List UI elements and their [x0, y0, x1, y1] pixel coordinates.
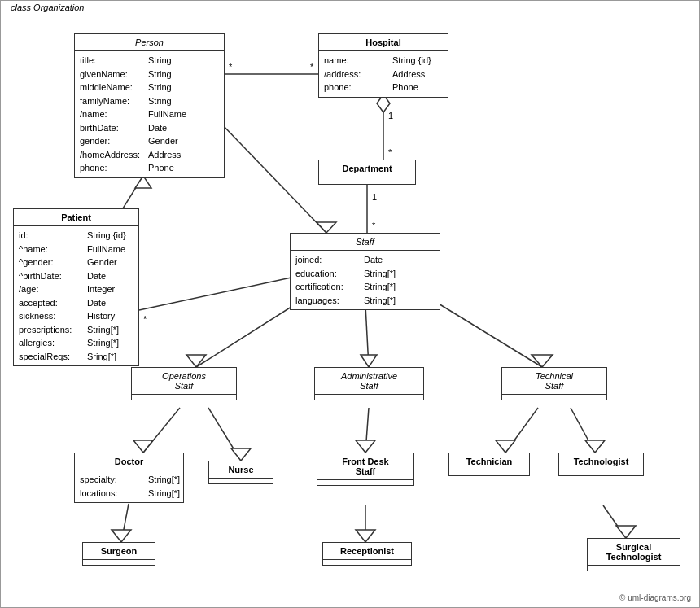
svg-marker-38 [616, 526, 636, 538]
class-administrative-staff-header: AdministrativeStaff [315, 368, 423, 395]
class-patient: Patient id:String {id} ^name:FullName ^g… [13, 208, 139, 366]
class-operations-staff-header: OperationsStaff [132, 368, 236, 395]
class-department-header: Department [319, 160, 415, 177]
class-hospital-body: name:String {id} /address:Address phone:… [319, 51, 448, 97]
class-doctor-header: Doctor [75, 453, 183, 470]
class-staff-header: Staff [291, 234, 440, 251]
svg-marker-30 [496, 440, 515, 453]
class-person: Person title:String givenName:String mid… [74, 33, 225, 178]
class-nurse: Nurse [208, 461, 273, 484]
svg-text:1: 1 [388, 111, 393, 120]
svg-line-37 [603, 505, 626, 538]
class-department-body [319, 177, 415, 184]
svg-line-14 [139, 273, 310, 310]
class-technician-header: Technician [449, 453, 529, 470]
class-technologist: Technologist [558, 453, 644, 476]
svg-line-10 [123, 176, 143, 208]
class-receptionist: Receptionist [322, 542, 412, 566]
svg-line-27 [365, 408, 369, 453]
class-hospital-header: Hospital [319, 34, 448, 51]
class-nurse-header: Nurse [209, 461, 273, 479]
class-surgeon-header: Surgeon [83, 543, 155, 560]
svg-marker-22 [532, 355, 553, 367]
class-hospital: Hospital name:String {id} /address:Addre… [318, 33, 448, 98]
class-staff-body: joined:Date education:String[*] certific… [291, 251, 440, 309]
class-front-desk-staff-header: Front DeskStaff [317, 453, 413, 480]
svg-line-31 [571, 408, 595, 453]
svg-text:*: * [310, 62, 314, 72]
svg-line-12 [221, 123, 326, 233]
class-person-body: title:String givenName:String middleName… [75, 51, 224, 177]
diagram-container: class Organization * * 1 * 1 * * * [0, 0, 700, 608]
class-technologist-header: Technologist [559, 453, 643, 470]
svg-line-29 [505, 408, 538, 453]
class-doctor-body: specialty:String[*] locations:String[*] [75, 470, 183, 502]
svg-marker-20 [361, 355, 377, 367]
svg-marker-24 [133, 440, 153, 453]
class-administrative-staff: AdministrativeStaff [314, 367, 424, 400]
class-surgical-technologist: SurgicalTechnologist [587, 538, 680, 571]
copyright: © uml-diagrams.org [619, 593, 691, 602]
svg-text:*: * [388, 147, 392, 157]
class-technical-staff-header: TechnicalStaff [502, 368, 606, 395]
class-patient-header: Patient [14, 209, 138, 226]
svg-marker-26 [231, 448, 251, 461]
svg-marker-32 [585, 440, 605, 453]
class-operations-staff: OperationsStaff [131, 367, 237, 400]
class-department: Department [318, 160, 416, 185]
class-doctor: Doctor specialty:String[*] locations:Str… [74, 453, 184, 503]
class-technician: Technician [448, 453, 530, 476]
svg-marker-34 [112, 530, 131, 542]
svg-marker-13 [317, 222, 336, 233]
class-surgical-technologist-header: SurgicalTechnologist [588, 539, 680, 566]
svg-marker-18 [186, 355, 206, 367]
svg-text:*: * [229, 62, 233, 72]
class-technical-staff: TechnicalStaff [501, 367, 607, 400]
class-staff: Staff joined:Date education:String[*] ce… [290, 233, 440, 310]
class-patient-body: id:String {id} ^name:FullName ^gender:Ge… [14, 226, 138, 365]
svg-text:1: 1 [372, 192, 377, 202]
svg-line-25 [208, 408, 241, 461]
diagram-title: class Organization [7, 2, 88, 12]
svg-line-33 [121, 504, 129, 542]
class-surgeon: Surgeon [82, 542, 155, 566]
svg-marker-28 [356, 440, 375, 453]
svg-text:*: * [143, 314, 147, 324]
svg-line-23 [143, 408, 180, 453]
class-person-header: Person [75, 34, 224, 51]
svg-marker-36 [356, 530, 375, 542]
svg-text:*: * [372, 221, 376, 230]
class-front-desk-staff: Front DeskStaff [317, 453, 414, 486]
class-receptionist-header: Receptionist [323, 543, 411, 560]
